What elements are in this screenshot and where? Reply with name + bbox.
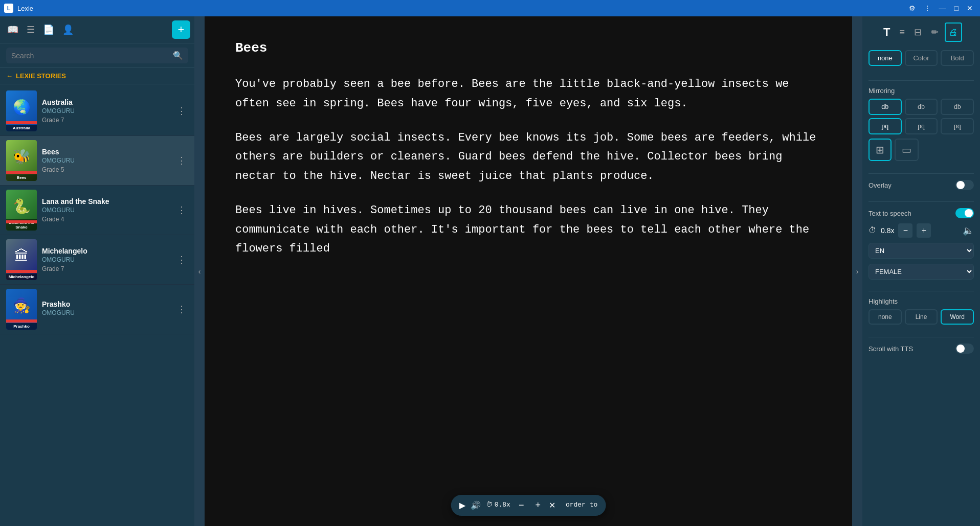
book-author: OMOGURU [42, 309, 170, 316]
print-tool-button[interactable]: 🖨 [945, 22, 962, 42]
divider [868, 80, 974, 81]
highlight-tool-button[interactable]: ✏ [928, 22, 942, 42]
list-item[interactable]: 🧙 Prashko Prashko OMOGURU ⋮ [0, 285, 194, 334]
scroll-tts-row: Scroll with TTS [868, 344, 974, 354]
sidebar-header: 📖 ☰ 📄 👤 + [0, 16, 194, 43]
mirror-db3-button[interactable]: db [941, 99, 974, 115]
mirror-pq2-button[interactable]: pq [905, 118, 938, 134]
thumb-label: Bees [6, 174, 37, 181]
content-para-2: Bees are largely social insects. Every b… [235, 128, 821, 186]
user-icon[interactable]: 👤 [59, 21, 77, 38]
search-icon: 🔍 [173, 51, 183, 60]
highlights-buttons: none Line Word [868, 309, 974, 325]
book-author: OMOGURU [42, 157, 170, 164]
list-item[interactable]: 🌏 Australia Australia OMOGURU Grade 7 ⋮ [0, 86, 194, 136]
hl-none-button[interactable]: none [868, 50, 902, 66]
book-title: Lana and the Snake [42, 197, 170, 205]
media-minus-button[interactable]: − [516, 499, 527, 512]
tts-minus-button[interactable]: − [898, 223, 912, 238]
chevron-right-icon: › [856, 267, 859, 276]
book-thumb-bees: 🐝 Bees [6, 140, 37, 181]
highlights-word-button[interactable]: Word [941, 309, 974, 325]
more-btn[interactable]: ⋮ [921, 3, 934, 13]
language-select[interactable]: EN HR DE FR ES [868, 243, 974, 259]
main-layout: 📖 ☰ 📄 👤 + 🔍 ← LEXIE STORIES [0, 16, 980, 526]
settings-btn[interactable]: ⚙ [906, 3, 919, 13]
tool-bar: T ≡ ⊟ ✏ 🖨 [868, 22, 974, 42]
breadcrumb-arrow[interactable]: ← [6, 72, 13, 80]
book-icon[interactable]: 📖 [4, 21, 21, 38]
highlights-line-button[interactable]: Line [905, 309, 938, 325]
book-menu-icon[interactable]: ⋮ [175, 153, 188, 168]
list-item[interactable]: 🏛 Michelangelo Michelangelo OMOGURU Grad… [0, 235, 194, 285]
thumb-bar [6, 121, 37, 124]
mirror-pq1-button[interactable]: pq [868, 118, 902, 134]
language-select-row: EN HR DE FR ES [868, 243, 974, 259]
media-play-button[interactable]: ▶ [459, 500, 465, 510]
overlay-toggle[interactable] [955, 180, 974, 190]
tts-toggle[interactable] [955, 208, 974, 218]
right-panel: T ≡ ⊟ ✏ 🖨 none Color Bold Mirroring db d… [862, 16, 980, 526]
list-item[interactable]: 🐍 Lana and the Snake Lana and the Snake … [0, 186, 194, 235]
book-menu-icon[interactable]: ⋮ [175, 252, 188, 267]
book-info: Lana and the Snake OMOGURU Grade 4 [42, 197, 170, 223]
book-menu-icon[interactable]: ⋮ [175, 202, 188, 218]
tts-plus-button[interactable]: + [917, 223, 931, 238]
media-close-button[interactable]: ✕ [549, 500, 555, 510]
search-input[interactable] [11, 52, 169, 60]
thumb-icon: 🐍 [13, 198, 31, 215]
book-info: Australia OMOGURU Grade 7 [42, 98, 170, 124]
tts-row: Text to speech [868, 208, 974, 218]
list-icon[interactable]: ☰ [24, 21, 38, 38]
doc-icon[interactable]: 📄 [40, 21, 57, 38]
book-menu-icon[interactable]: ⋮ [175, 302, 188, 317]
add-button[interactable]: + [172, 20, 190, 39]
book-author: OMOGURU [42, 207, 170, 214]
highlight-type-row: none Color Bold [868, 50, 974, 66]
book-title: Bees [42, 148, 170, 156]
mirror-db2-button[interactable]: db [905, 99, 938, 115]
right-panel-toggle[interactable]: › [852, 16, 862, 526]
book-menu-icon[interactable]: ⋮ [175, 103, 188, 119]
close-btn[interactable]: ✕ [964, 3, 976, 13]
font-tool-button[interactable]: T [880, 22, 893, 42]
media-volume-button[interactable]: 🔊 [471, 500, 481, 510]
book-title: Michelangelo [42, 247, 170, 255]
title-bar: L Lexie ⚙ ⋮ — □ ✕ [0, 0, 980, 16]
mask-grid-button[interactable]: ⊞ [868, 139, 892, 161]
book-grade: Grade 5 [42, 166, 170, 173]
thumb-label: Prashko [6, 323, 37, 330]
overlay-toggle-knob [956, 181, 965, 189]
book-author: OMOGURU [42, 256, 170, 263]
content-end-text: order to [566, 499, 597, 511]
mirror-db1-button[interactable]: db [868, 99, 902, 115]
scroll-tts-toggle[interactable] [955, 344, 974, 354]
hl-bold-button[interactable]: Bold [941, 50, 974, 66]
mask-buttons: ⊞ ▭ [868, 139, 974, 161]
media-plus-button[interactable]: + [532, 499, 544, 512]
align-tool-button[interactable]: ≡ [896, 22, 908, 42]
thumb-label: Australia [6, 125, 37, 131]
sidebar-collapse-toggle[interactable]: ‹ [194, 16, 205, 526]
list-item[interactable]: 🐝 Bees Bees OMOGURU Grade 5 ⋮ [0, 136, 194, 186]
tts-toggle-knob [965, 209, 973, 217]
maximize-btn[interactable]: □ [951, 3, 962, 13]
search-bar: 🔍 [0, 43, 194, 68]
media-bar: ▶ 🔊 ⏱ 0.8x − + ✕ order to [451, 495, 606, 516]
mirror-pq3-button[interactable]: pq [941, 118, 974, 134]
content-title: Bees [235, 37, 821, 59]
book-grade: Grade 7 [42, 117, 170, 124]
book-info: Michelangelo OMOGURU Grade 7 [42, 247, 170, 272]
voice-select-row: FEMALE MALE [868, 264, 974, 280]
tts-speed-icon: ⏱ [868, 226, 877, 235]
main-content: Bees You've probably seen a bee before. … [205, 16, 852, 526]
mask-tool-button[interactable]: ⊟ [911, 22, 925, 42]
voice-select[interactable]: FEMALE MALE [868, 264, 974, 280]
chevron-left-icon: ‹ [198, 267, 201, 276]
mask-line-button[interactable]: ▭ [895, 139, 919, 161]
book-info: Prashko OMOGURU [42, 300, 170, 318]
minimize-btn[interactable]: — [936, 3, 949, 13]
highlights-none-button[interactable]: none [868, 309, 902, 325]
hl-color-button[interactable]: Color [905, 50, 938, 66]
thumb-bar [6, 270, 37, 273]
